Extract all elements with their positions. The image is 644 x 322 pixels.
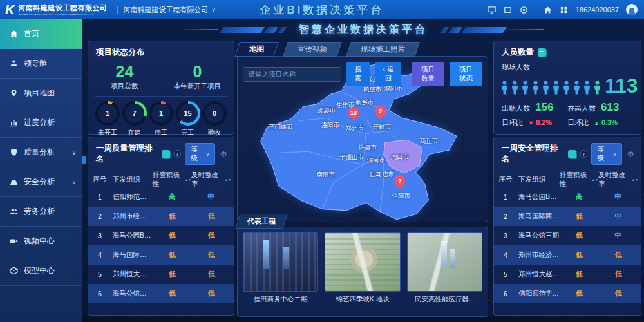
- table-row[interactable]: 5 郑州恒大赵村安置区A-0... 低 低: [88, 265, 234, 284]
- project-card[interactable]: 民安高性能医疗器...: [407, 232, 482, 304]
- sidebar-item-label: 视频中心: [24, 236, 55, 247]
- trend-label: 日环比: [502, 118, 523, 128]
- attendance-trend: 日环比 ▼8.2%: [502, 118, 567, 128]
- logo-company-name-en: HENAN KEJIAN CONSTRUCTION ENGINEERING CO…: [18, 13, 107, 16]
- table-row[interactable]: 6 信阳师范学院淮河校区二... 低 低: [494, 284, 641, 303]
- inspection-level: 低: [560, 289, 598, 298]
- sidebar-collapse-handle[interactable]: [82, 156, 86, 164]
- company-selector-dropdown[interactable]: 河南科建建设工程有限公司: [124, 5, 216, 15]
- inspection-level: 高: [153, 193, 191, 202]
- tab-representative-projects[interactable]: 代表工程: [235, 214, 287, 229]
- rectify-level: 中: [191, 193, 231, 202]
- rectify-level: 低: [598, 289, 638, 298]
- sidebar-item-progress-analysis[interactable]: 进度分析: [0, 108, 82, 138]
- ring-donut: 1: [149, 101, 173, 126]
- display-icon[interactable]: [488, 5, 497, 14]
- inspection-level: 低: [153, 270, 191, 279]
- col-header-sortable[interactable]: 及时整改率▲▼: [598, 171, 638, 189]
- project-count-marker[interactable]: 2: [375, 106, 386, 117]
- org-name: 海马公馆三期: [109, 289, 153, 298]
- sidebar-item-model-center[interactable]: 模型中心: [0, 256, 82, 286]
- status-rings: 1 未开工 7 在建 1 停工: [88, 101, 234, 137]
- col-header-sortable[interactable]: 排查积极性▲▼: [153, 171, 191, 189]
- tab-promo-video[interactable]: 宣传视频: [283, 42, 341, 57]
- info-icon[interactable]: i: [174, 150, 182, 158]
- table-row[interactable]: 1 海马公园B2地块二期 高 中: [494, 187, 641, 207]
- app-title: 企业BI数据决策平台: [260, 3, 384, 17]
- project-search-input[interactable]: [243, 67, 341, 82]
- sidebar-item-project-map[interactable]: 项目地图: [0, 79, 82, 108]
- org-name: 郑州恒大赵村安置区A-0...: [109, 270, 153, 279]
- back-button[interactable]: 返回: [375, 62, 401, 86]
- logo-company-name: 河南科建建设工程有限公司: [18, 3, 107, 13]
- table-row[interactable]: 4 郑州市经济技术开发区青... 低 低: [494, 245, 641, 265]
- sidebar-item-quality-analysis[interactable]: 质量分析 ∨: [0, 138, 82, 167]
- sort-icon[interactable]: ▲▼: [592, 178, 598, 181]
- table-row[interactable]: 2 海马国际商务中心A1地... 低 中: [494, 207, 641, 226]
- person-figure-icon: [593, 80, 601, 95]
- tab-site-photos[interactable]: 现场施工照片: [346, 42, 419, 57]
- level-filter-dropdown[interactable]: 等级: [591, 143, 622, 165]
- level-filter-dropdown[interactable]: 等级: [185, 143, 215, 165]
- project-count-marker[interactable]: 7: [395, 176, 405, 186]
- table-row[interactable]: 3 海马公馆三期 低 中: [494, 226, 641, 245]
- table-row[interactable]: 2 郑州市经济技术开发区青... 低 低: [88, 207, 234, 226]
- project-status-panel: 项目状态分布 24 项目总数 0 本年新开工项目 1 未开工: [88, 41, 234, 135]
- trend-label: 日环比: [567, 118, 589, 128]
- panel-title: 一周质量管理排名: [96, 143, 158, 165]
- project-card[interactable]: 佳田商务中心二期: [243, 232, 318, 304]
- org-name: 海马国际商务中心A1地...: [515, 212, 560, 221]
- person-figure-icon: [562, 80, 571, 95]
- dashboard-title: 智慧企业数据决策平台: [299, 23, 428, 37]
- project-thumbnail: [243, 232, 318, 292]
- home-icon: [10, 30, 18, 38]
- tab-map[interactable]: 地图: [234, 42, 278, 57]
- col-header-sortable[interactable]: 及时整改率▲▼: [191, 171, 231, 189]
- sidebar-item-labor-analysis[interactable]: 劳务分析: [0, 197, 82, 227]
- info-icon[interactable]: i: [580, 150, 588, 158]
- person-figure-icon: [583, 80, 591, 95]
- onduty-trend: 日环比 ▲0.3%: [567, 118, 633, 128]
- table-row[interactable]: 1 信阳师范学院淮河校区二... 高 中: [88, 187, 234, 207]
- sidebar-item-video-center[interactable]: 视频中心: [0, 227, 82, 256]
- project-card[interactable]: 锦艺四季城K 地块: [325, 232, 400, 304]
- window-icon[interactable]: [504, 5, 513, 14]
- col-header-sortable[interactable]: 排查积极性▲▼: [560, 171, 598, 189]
- col-header: 下发组织: [515, 175, 560, 184]
- gear-icon[interactable]: ⚙: [627, 150, 634, 158]
- inspection-level: 低: [153, 212, 191, 221]
- sort-icon[interactable]: ▲▼: [632, 178, 638, 181]
- people-icon: [10, 207, 18, 216]
- ring-donut: 15: [176, 101, 200, 126]
- rectify-level: 低: [598, 270, 638, 279]
- person-figure-icon: [521, 80, 529, 95]
- status-ring: 1 停工: [148, 101, 174, 137]
- project-count-marker[interactable]: 13: [348, 108, 359, 118]
- project-caption: 佳田商务中心二期: [243, 295, 318, 304]
- search-button[interactable]: 搜索: [346, 62, 370, 86]
- sidebar-item-home[interactable]: 首页: [0, 19, 82, 49]
- home-icon[interactable]: [544, 5, 553, 14]
- ring-donut: 1: [95, 101, 120, 126]
- header-separator: |: [116, 5, 118, 14]
- sidebar-item-safety-analysis[interactable]: 安全分析 ∨: [0, 167, 82, 197]
- row-index: 6: [91, 290, 109, 298]
- map-toolbar: 搜索 返回 项目数量 项目状态: [238, 57, 488, 91]
- grid-apps-icon[interactable]: [560, 5, 569, 14]
- sort-icon[interactable]: ▲▼: [185, 178, 191, 181]
- personnel-panel: 人员数量 现场人数: [493, 41, 641, 135]
- table-row[interactable]: 5 郑州恒大赵村安置区A-0... 低 低: [494, 265, 641, 284]
- org-name: 海马国际商务中心A1地...: [109, 251, 153, 260]
- logo-k-icon: K: [5, 3, 14, 16]
- sort-icon[interactable]: ▲▼: [225, 178, 231, 181]
- table-row[interactable]: 4 海马国际商务中心A1地... 低 低: [88, 245, 234, 265]
- table-row[interactable]: 3 海马公园B2地块二期 低 低: [88, 226, 234, 245]
- sidebar-item-leader-cabin[interactable]: 领导舱: [0, 49, 82, 79]
- user-avatar[interactable]: [626, 4, 638, 15]
- project-status-button[interactable]: 项目状态: [450, 62, 482, 86]
- gear-icon[interactable]: ⚙: [220, 150, 227, 158]
- target-icon[interactable]: [520, 5, 529, 14]
- row-index: 5: [497, 270, 515, 278]
- project-count-button[interactable]: 项目数量: [412, 62, 444, 86]
- table-row[interactable]: 6 海马公馆三期 低 低: [88, 284, 234, 303]
